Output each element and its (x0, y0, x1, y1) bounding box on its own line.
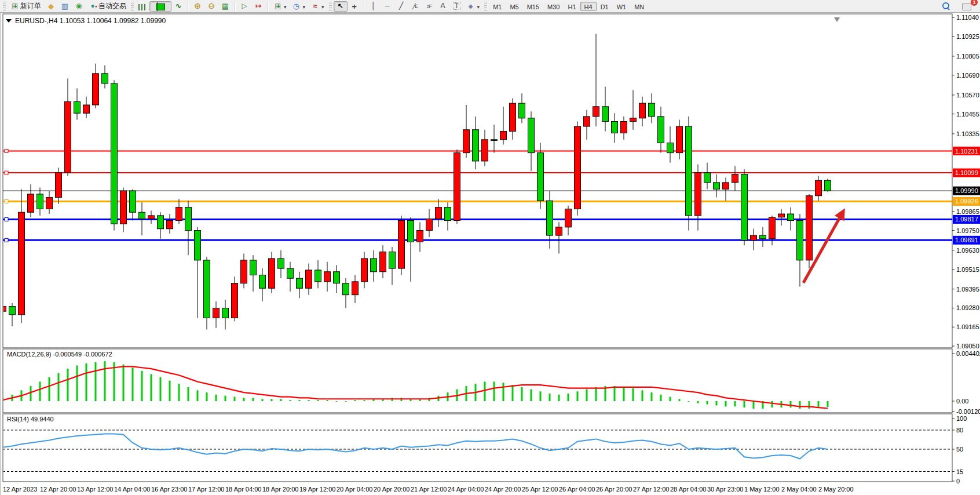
hline-anchor[interactable] (5, 238, 8, 242)
tile-windows-button[interactable] (218, 1, 232, 12)
price-label-1.09926: 1.09926 (953, 197, 980, 206)
price-label-1.10231: 1.10231 (953, 147, 980, 155)
macd-bar (725, 401, 727, 406)
text-tool-button[interactable] (436, 1, 450, 12)
chart-window[interactable]: 1.110401.109251.108051.106901.105701.104… (0, 13, 980, 495)
price-label-1.10099: 1.10099 (953, 169, 980, 177)
bar-chart-button[interactable] (136, 1, 149, 12)
chart-shift-button[interactable] (251, 1, 265, 12)
search-button[interactable] (939, 1, 953, 12)
time-axis-label: 30 Apr 23:00 (707, 486, 743, 493)
candle-body (630, 118, 637, 122)
candle-body (1, 307, 6, 312)
time-axis-label: 25 Apr 12:00 (522, 486, 558, 493)
fibonacci-tool-button[interactable] (422, 1, 436, 12)
price-tick-label: 1.11040 (956, 14, 979, 21)
toolbar-grip (484, 2, 487, 11)
channel-tool-button[interactable] (408, 1, 422, 12)
notification-badge: 1 (971, 0, 978, 6)
candle-body (56, 173, 62, 198)
macd-tick-label: -0.001208 (956, 408, 980, 415)
candle-body (167, 220, 173, 228)
candle-body (639, 103, 646, 118)
hline-anchor[interactable] (5, 150, 8, 153)
candle-body (769, 217, 776, 239)
horizontal-line-tool-button[interactable] (381, 1, 394, 12)
indicators-button[interactable] (308, 1, 327, 12)
macd-bar (262, 399, 264, 401)
candle-body (482, 140, 488, 161)
macd-bar (818, 401, 820, 407)
cursor-tool-button[interactable] (334, 1, 348, 12)
autotrading-button[interactable]: 自动交易 (86, 1, 129, 12)
candle-body (380, 252, 386, 272)
candle-body (760, 235, 766, 239)
candle-body (649, 103, 655, 117)
hline-anchor[interactable] (5, 171, 8, 174)
candle-body (278, 259, 284, 268)
autotrading-icon (89, 2, 97, 11)
timeframe-W1-button[interactable]: W1 (613, 2, 631, 11)
macd-bar (790, 401, 792, 407)
timeframe-M30-button[interactable]: M30 (543, 2, 564, 11)
timeframe-M15-button[interactable]: M15 (523, 2, 543, 11)
main-chart-panel[interactable] (3, 14, 952, 348)
candlestick-chart-icon (156, 3, 165, 10)
rsi-tick-label: 15 (956, 468, 963, 475)
price-tick-label: 1.09280 (956, 304, 979, 311)
shapes-tool-button[interactable] (464, 1, 483, 12)
chart-shift-icon (254, 2, 262, 11)
candle-body (389, 252, 396, 268)
candle-body (565, 209, 572, 227)
navigator-button[interactable] (72, 1, 86, 12)
hline-anchor[interactable] (5, 217, 8, 221)
macd-label: MACD(12,26,9) -0.000549 -0.000672 (7, 351, 112, 358)
zoom-out-button[interactable] (204, 1, 218, 12)
macd-bar (280, 399, 282, 401)
market-watch-button[interactable] (44, 1, 58, 12)
crosshair-tool-button[interactable] (348, 1, 361, 12)
new-order-button[interactable]: 新订单 (8, 1, 44, 12)
candle-body (269, 259, 275, 288)
period-button[interactable] (290, 1, 309, 12)
timeframe-M1-button[interactable]: M1 (489, 2, 506, 11)
timeframe-H4-button[interactable]: H4 (580, 2, 597, 11)
time-axis-label: 20 Apr 04:00 (337, 486, 372, 493)
line-chart-button[interactable] (171, 1, 185, 12)
candle-body (778, 214, 785, 217)
macd-bar (531, 390, 532, 401)
trendline-tool-button[interactable] (394, 1, 408, 12)
macd-bar (95, 362, 97, 401)
candle-body (621, 122, 627, 133)
data-window-button[interactable] (58, 1, 72, 12)
candle-body (195, 231, 201, 260)
candle-body (463, 130, 470, 153)
auto-scroll-button[interactable] (237, 1, 251, 12)
candle-body (547, 201, 553, 235)
timeframe-H1-button[interactable]: H1 (564, 2, 580, 11)
candle-body (287, 268, 294, 278)
time-axis-label: 24 Apr 04:00 (448, 486, 484, 493)
rsi-tick-label: 80 (956, 427, 963, 434)
notifications-button[interactable]: 1 (959, 1, 974, 12)
macd-bar (614, 386, 616, 401)
time-axis-label: 16 Apr 23:00 (151, 486, 187, 493)
candle-body (93, 74, 99, 105)
timeframe-MN-button[interactable]: MN (630, 2, 648, 11)
hline-anchor[interactable] (5, 199, 8, 203)
time-axis-label: 21 Apr 12:00 (411, 486, 447, 493)
new-template-button[interactable] (270, 1, 290, 12)
candlestick-chart-button[interactable] (149, 1, 171, 12)
candle-body (148, 216, 155, 219)
candle-body (741, 174, 748, 241)
price-label-1.09691-text: 1.09691 (955, 236, 978, 243)
macd-bar (234, 397, 236, 401)
vertical-line-tool-button[interactable] (367, 1, 381, 12)
timeframe-D1-button[interactable]: D1 (597, 2, 613, 11)
auto-scroll-icon (240, 2, 248, 11)
price-label-1.10099-text: 1.10099 (955, 169, 978, 176)
text-label-tool-button[interactable] (450, 1, 464, 12)
candle-body (204, 260, 210, 318)
timeframe-M5-button[interactable]: M5 (506, 2, 522, 11)
zoom-in-button[interactable] (191, 1, 204, 12)
